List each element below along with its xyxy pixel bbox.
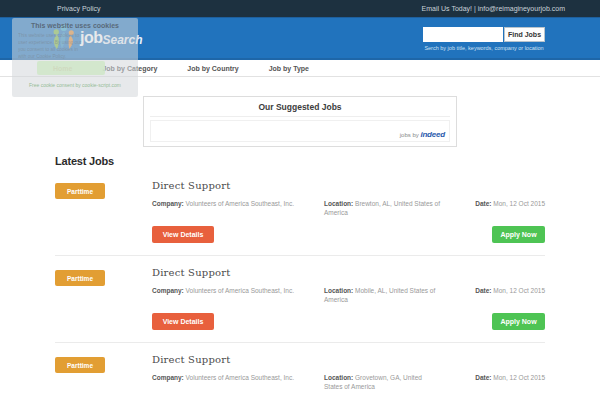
cookie-line: This website uses cookies to — [18, 32, 90, 39]
privacy-policy-link[interactable]: Privacy Policy — [57, 5, 101, 12]
nav-item-job-by-country[interactable]: Job by Country — [187, 65, 238, 72]
cookie-line: with our Cookie Policy. — [18, 53, 90, 60]
location-label: Location: — [324, 287, 353, 294]
cookie-agree-button[interactable] — [37, 61, 105, 75]
jobs-by-text: jobs by — [400, 132, 419, 138]
apply-now-button[interactable]: Apply Now — [492, 226, 545, 243]
header-search: Find Jobs Serch by job title, keywords, … — [423, 27, 545, 51]
job-row: Parttime Direct Support Company: Volunte… — [55, 342, 545, 400]
job-date: Date: Mon, 12 Oct 2015 — [475, 286, 545, 304]
cookie-credit-link[interactable]: Free cookie consent by cookie-script.com — [12, 82, 138, 88]
apply-now-button[interactable]: Apply Now — [492, 313, 545, 330]
search-hint-text: Serch by job title, keywords, company or… — [423, 45, 545, 51]
job-listings: Parttime Direct Support Company: Volunte… — [55, 169, 545, 400]
date-label: Date: — [475, 374, 491, 381]
job-row: Parttime Direct Support Company: Volunte… — [55, 169, 545, 255]
company-label: Company: — [152, 287, 184, 294]
job-type-badge[interactable]: Parttime — [55, 183, 105, 199]
job-row: Parttime Direct Support Company: Volunte… — [55, 255, 545, 342]
job-type-badge[interactable]: Parttime — [55, 357, 105, 373]
company-label: Company: — [152, 200, 184, 207]
date-value: Mon, 12 Oct 2015 — [493, 374, 545, 381]
date-label: Date: — [475, 287, 491, 294]
cookie-line: user experience. By using our — [18, 39, 90, 46]
cookie-title: This website uses cookies — [12, 22, 138, 29]
company-label: Company: — [152, 374, 184, 381]
search-input[interactable] — [423, 27, 503, 42]
view-details-button[interactable]: View Details — [152, 313, 214, 330]
job-location: Location: Grovetown, GA, United States o… — [324, 373, 442, 391]
company-value: Volunteers of America Southeast, Inc. — [186, 374, 294, 381]
suggested-jobs-panel: Our Suggested Jobs jobs by indeed — [143, 96, 457, 147]
cookie-line: you consent to all cookies in — [18, 46, 90, 53]
cookie-body-text: This website uses cookies to user experi… — [18, 32, 90, 60]
job-company: Company: Volunteers of America Southeast… — [152, 199, 324, 217]
job-company: Company: Volunteers of America Southeast… — [152, 286, 324, 304]
suggested-jobs-title: Our Suggested Jobs — [150, 102, 450, 117]
job-title[interactable]: Direct Support — [152, 180, 545, 191]
date-value: Mon, 12 Oct 2015 — [493, 287, 545, 294]
suggested-jobs-list: jobs by indeed — [150, 120, 450, 142]
date-label: Date: — [475, 200, 491, 207]
location-label: Location: — [324, 374, 353, 381]
page: Privacy Policy Email Us Today! | info@re… — [0, 0, 600, 400]
find-jobs-button[interactable]: Find Jobs — [504, 27, 545, 42]
job-title[interactable]: Direct Support — [152, 354, 545, 365]
date-value: Mon, 12 Oct 2015 — [493, 200, 545, 207]
job-date: Date: Mon, 12 Oct 2015 — [475, 373, 545, 391]
nav-item-job-by-type[interactable]: Job by Type — [269, 65, 309, 72]
job-company: Company: Volunteers of America Southeast… — [152, 373, 324, 391]
job-date: Date: Mon, 12 Oct 2015 — [475, 199, 545, 217]
job-type-badge[interactable]: Parttime — [55, 270, 105, 286]
latest-jobs-heading: Latest Jobs — [55, 155, 600, 167]
job-location: Location: Mobile, AL, United States of A… — [324, 286, 442, 304]
cookie-consent-overlay: This website uses cookies This website u… — [12, 18, 138, 97]
company-value: Volunteers of America Southeast, Inc. — [186, 287, 294, 294]
contact-email-link[interactable]: Email Us Today! | info@reimagineyourjob.… — [422, 5, 565, 12]
job-title[interactable]: Direct Support — [152, 267, 545, 278]
indeed-logo[interactable]: indeed — [420, 130, 445, 139]
top-utility-bar: Privacy Policy Email Us Today! | info@re… — [0, 0, 600, 17]
company-value: Volunteers of America Southeast, Inc. — [186, 200, 294, 207]
location-label: Location: — [324, 200, 353, 207]
jobs-by-attribution[interactable]: jobs by indeed — [400, 130, 445, 139]
job-location: Location: Brewton, AL, United States of … — [324, 199, 442, 217]
view-details-button[interactable]: View Details — [152, 226, 214, 243]
